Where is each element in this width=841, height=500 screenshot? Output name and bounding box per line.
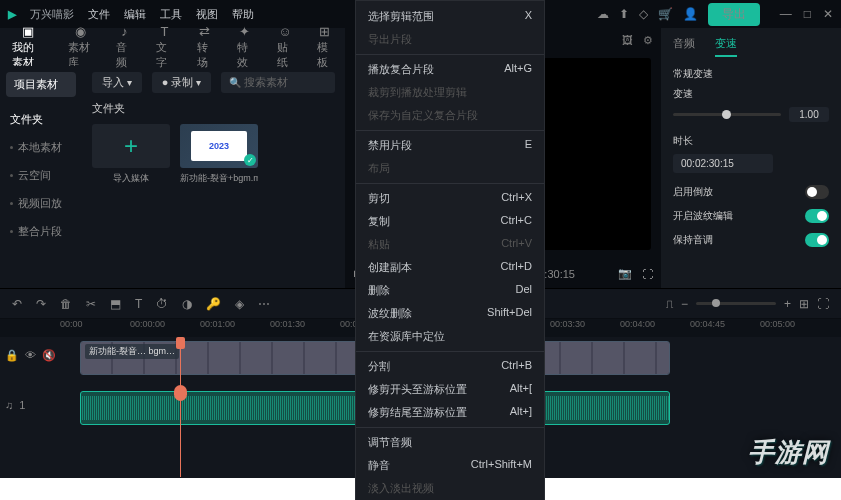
source-tabs: ▣我的素材 ◉素材库 ♪音频 T文字 ⇄转场 ✦特效 ☺贴纸 ⊞模板 [0, 28, 345, 66]
sidebar-cloud[interactable]: 云空间 [6, 163, 76, 188]
reverse-label: 启用倒放 [673, 185, 713, 199]
tl-undo-icon[interactable]: ↶ [12, 297, 22, 311]
folder-label: 文件夹 [92, 101, 335, 116]
bullet-icon [10, 174, 13, 177]
pitch-label: 保持音调 [673, 233, 713, 247]
cm-audio-fade: 淡入淡出视频 [356, 477, 544, 500]
template-icon: ⊞ [319, 24, 330, 39]
playhead[interactable] [180, 337, 181, 477]
cm-copy[interactable]: 复制Ctrl+C [356, 210, 544, 233]
zoom-slider[interactable] [696, 302, 776, 305]
cm-mute[interactable]: 静音Ctrl+Shift+M [356, 454, 544, 477]
duration-input[interactable]: 00:02:30:15 [673, 154, 773, 173]
audio-track-icon[interactable]: ♫ [5, 399, 13, 411]
camera-icon[interactable]: 📷 [618, 267, 632, 280]
track-lock-icon[interactable]: 🔒 [5, 349, 19, 362]
sidebar-compound[interactable]: 整合片段 [6, 219, 76, 244]
speed-section-title: 常规变速 [673, 67, 829, 81]
cm-export-clip: 导出片段 [356, 28, 544, 51]
tl-grid-icon[interactable]: ⊞ [799, 297, 809, 311]
cm-play-compound[interactable]: 播放复合片段Alt+G [356, 58, 544, 81]
context-menu: 选择剪辑范围X 导出片段 播放复合片段Alt+G 裁剪到播放处理剪辑 保存为自定… [355, 0, 545, 500]
export-button[interactable]: 导出 [708, 3, 760, 26]
cm-adjust: 裁剪到播放处理剪辑 [356, 81, 544, 104]
sidebar-folder[interactable]: 文件夹 [6, 107, 76, 132]
settings-icon[interactable]: ⚙ [643, 34, 653, 47]
cm-adj-audio[interactable]: 调节音频 [356, 431, 544, 454]
speed-value[interactable]: 1.00 [789, 107, 829, 122]
notify-icon[interactable]: ◇ [639, 7, 648, 21]
pitch-toggle[interactable] [805, 233, 829, 247]
speed-slider[interactable] [673, 113, 781, 116]
effects-icon: ✦ [239, 24, 250, 39]
sidebar-playback[interactable]: 视频回放 [6, 191, 76, 216]
zoom-out-icon[interactable]: − [681, 297, 688, 311]
minimize-icon[interactable]: — [780, 7, 792, 21]
track-eye-icon[interactable]: 👁 [25, 349, 36, 362]
tl-redo-icon[interactable]: ↷ [36, 297, 46, 311]
cm-trim-end[interactable]: 修剪结尾至游标位置Alt+] [356, 401, 544, 424]
tl-fit-icon[interactable]: ⛶ [817, 297, 829, 311]
media-icon: ▣ [22, 24, 34, 39]
cm-paste: 粘贴Ctrl+V [356, 233, 544, 256]
watermark: 手游网 [748, 435, 829, 470]
speed-label: 变速 [673, 87, 829, 101]
cm-save-custom: 保存为自定义复合片段 [356, 104, 544, 127]
tl-crop-icon[interactable]: ⬒ [110, 297, 121, 311]
cm-split[interactable]: 分割Ctrl+B [356, 355, 544, 378]
cm-trim-start[interactable]: 修剪开头至游标位置Alt+[ [356, 378, 544, 401]
media-clip-tile[interactable]: 2023✓ 新功能-裂音+bgm.mp4 [180, 124, 258, 184]
cm-delete[interactable]: 删除Del [356, 279, 544, 302]
import-media-tile[interactable]: + 导入媒体 [92, 124, 170, 184]
bullet-icon [10, 202, 13, 205]
playhead-handle[interactable] [174, 385, 187, 401]
cm-find-source[interactable]: 在资源库中定位 [356, 325, 544, 348]
reverse-toggle[interactable] [805, 185, 829, 199]
audio-icon: ♪ [121, 24, 128, 39]
user-icon[interactable]: 👤 [683, 7, 698, 21]
tl-speed-icon[interactable]: ⏱ [156, 297, 168, 311]
import-button[interactable]: 导入 ▾ [92, 72, 142, 93]
tl-mark-icon[interactable]: ◈ [235, 297, 244, 311]
tl-delete-icon[interactable]: 🗑 [60, 297, 72, 311]
cm-disable[interactable]: 禁用片段E [356, 134, 544, 157]
cm-ripple-delete[interactable]: 波纹删除Shift+Del [356, 302, 544, 325]
project-media-button[interactable]: 项目素材 [6, 72, 76, 97]
tl-key-icon[interactable]: 🔑 [206, 297, 221, 311]
sidebar-local[interactable]: 本地素材 [6, 135, 76, 160]
library-icon: ◉ [75, 24, 86, 39]
tl-color-icon[interactable]: ◑ [182, 297, 192, 311]
duration-label: 时长 [673, 134, 829, 148]
upload-icon[interactable]: ⬆ [619, 7, 629, 21]
app-logo: ▶ [8, 8, 16, 21]
cm-dup[interactable]: 创建副本Ctrl+D [356, 256, 544, 279]
cm-cut[interactable]: 剪切Ctrl+X [356, 187, 544, 210]
cloud-icon[interactable]: ☁ [597, 7, 609, 21]
bullet-icon [10, 230, 13, 233]
text-icon: T [161, 24, 169, 39]
right-tab-speed[interactable]: 变速 [715, 36, 737, 57]
bullet-icon [10, 146, 13, 149]
ripple-toggle[interactable] [805, 209, 829, 223]
snapshot-icon[interactable]: 🖼 [622, 34, 633, 47]
transition-icon: ⇄ [199, 24, 210, 39]
sticker-icon: ☺ [278, 24, 291, 39]
tl-split-icon[interactable]: ✂ [86, 297, 96, 311]
record-button[interactable]: ● 录制 ▾ [152, 72, 211, 93]
right-tab-audio[interactable]: 音频 [673, 36, 695, 57]
tl-text-icon[interactable]: T [135, 297, 142, 311]
search-input[interactable]: 🔍 搜索素材 [221, 72, 335, 93]
tl-more-icon[interactable]: ⋯ [258, 297, 270, 311]
close-icon[interactable]: ✕ [823, 7, 833, 21]
track-mute-icon[interactable]: 🔇 [42, 349, 56, 362]
maximize-icon[interactable]: □ [804, 7, 811, 21]
cm-select-range[interactable]: 选择剪辑范围X [356, 5, 544, 28]
cm-insert: 布局 [356, 157, 544, 180]
zoom-in-icon[interactable]: + [784, 297, 791, 311]
plus-icon: + [124, 132, 138, 160]
check-icon: ✓ [244, 154, 256, 166]
fullscreen-icon[interactable]: ⛶ [642, 268, 653, 280]
tl-mixer-icon[interactable]: ⎍ [666, 297, 673, 311]
ripple-label: 开启波纹编辑 [673, 209, 733, 223]
cart-icon[interactable]: 🛒 [658, 7, 673, 21]
